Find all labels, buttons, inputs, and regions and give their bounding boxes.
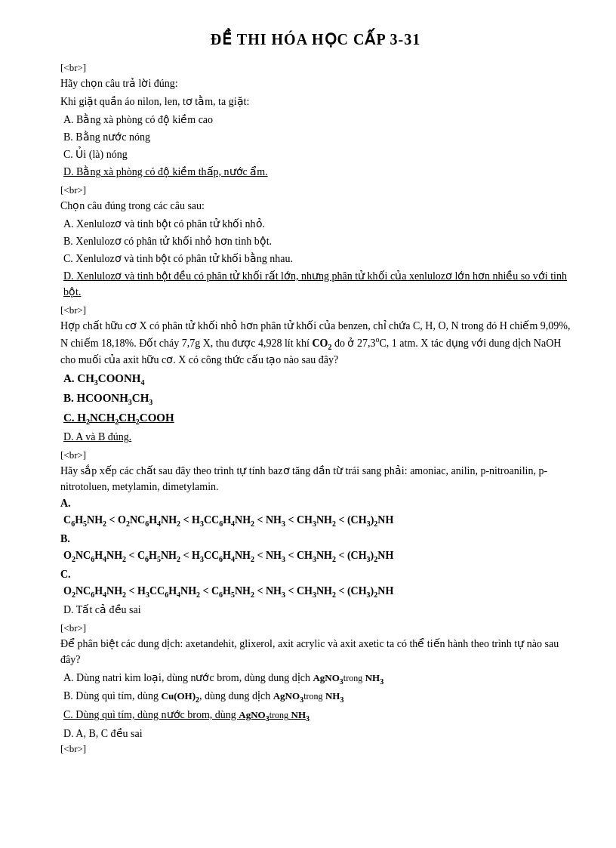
br-tag-5: [<br>] [60, 622, 571, 634]
br-tag-4: [<br>] [60, 449, 571, 461]
answer-1c: C. Ủi (là) nóng [63, 146, 571, 162]
answer-4b-label: B. [60, 533, 571, 545]
answer-5a: A. Dùng natri kim loại, dùng nước brom, … [63, 670, 571, 687]
answer-4a-label: A. [60, 498, 571, 510]
content: [<br>] Hãy chọn câu trả lời đúng: Khi gi… [60, 62, 571, 755]
question-5: Để phân biệt các dung dịch: axetandehit,… [60, 636, 571, 668]
question-1-line2: Khi giặt quần áo nilon, len, tơ tằm, ta … [60, 94, 571, 109]
answer-2a: A. Xenlulozơ và tinh bột có phân tử khối… [63, 216, 571, 232]
answer-1b: B. Bằng nước nóng [63, 129, 571, 145]
question-1-line1: Hãy chọn câu trả lời đúng: [60, 76, 571, 91]
section-1: [<br>] Hãy chọn câu trả lời đúng: Khi gi… [60, 62, 571, 180]
answer-2d: D. Xenlulozơ và tinh bột đều có phân tử … [63, 268, 571, 300]
section-2: [<br>] Chọn câu đúng trong các câu sau: … [60, 184, 571, 300]
answer-4c-label: C. [60, 569, 571, 581]
br-tag-6: [<br>] [60, 743, 571, 755]
section-3: [<br>] Hợp chất hữu cơ X có phân tử khối… [60, 304, 571, 445]
answer-3c: C. H2NCH2CH2COOH [63, 409, 571, 427]
answer-5d: D. A, B, C đều sai [63, 726, 571, 742]
answer-3b: B. HCOONH3CH3 [63, 390, 571, 408]
answer-3d: D. A và B đúng. [63, 429, 571, 445]
question-2: Chọn câu đúng trong các câu sau: [60, 198, 571, 214]
answer-4c-formula: O2NC6H4NH2 < H3CC6H4NH2 < C6H5NH2 < NH3 … [63, 582, 571, 601]
question-4: Hãy sắp xếp các chất sau đây theo trình … [60, 463, 571, 495]
br-tag-3: [<br>] [60, 304, 571, 316]
answer-4a-formula: C6H5NH2 < O2NC6H4NH2 < H3CC6H4NH2 < NH3 … [63, 511, 571, 530]
section-5: [<br>] Để phân biệt các dung dịch: axeta… [60, 622, 571, 755]
answer-1d: D. Bằng xà phòng có độ kiềm thấp, nước ẩ… [63, 164, 571, 180]
answer-1a: A. Bằng xà phòng có độ kiềm cao [63, 112, 571, 128]
page-title: ĐỀ THI HÓA HỌC CẤP 3-31 [60, 30, 571, 48]
answer-5c: C. Dùng quì tím, dùng nước brom, dùng Ag… [63, 707, 571, 724]
question-3: Hợp chất hữu cơ X có phân tử khối nhỏ hơ… [60, 318, 571, 368]
answer-4b-formula: O2NC6H4NH2 < C6H5NH2 < H3CC6H4NH2 < NH3 … [63, 547, 571, 566]
section-4: [<br>] Hãy sắp xếp các chất sau đây theo… [60, 449, 571, 617]
answer-2b: B. Xenlulozơ có phân tử khối nhỏ hơn tin… [63, 233, 571, 249]
answer-4d: D. Tất cả đều sai [63, 602, 571, 618]
answer-2c: C. Xenlulozơ và tinh bột có phân tử khối… [63, 251, 571, 267]
answer-5b: B. Dùng quì tím, dùng Cu(OH)2, dùng dung… [63, 688, 571, 705]
br-tag-2: [<br>] [60, 184, 571, 196]
answer-3a: A. CH3COONH4 [63, 370, 571, 388]
br-tag-1: [<br>] [60, 62, 571, 74]
